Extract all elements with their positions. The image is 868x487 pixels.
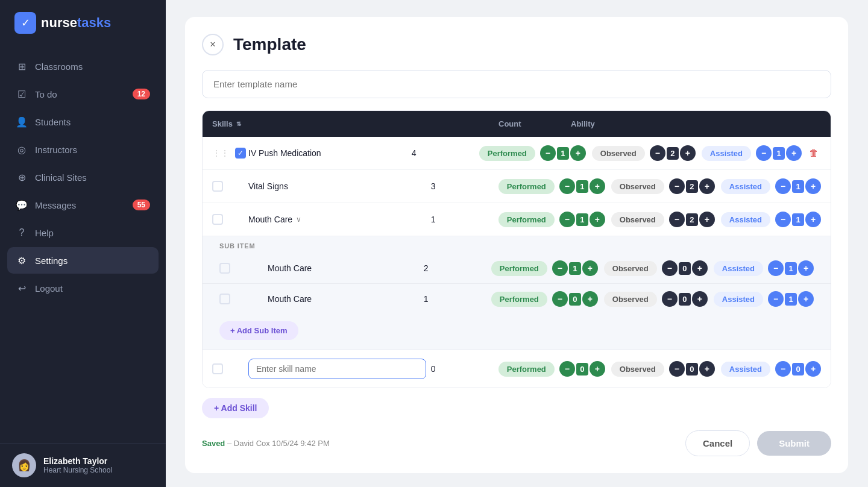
sidebar-item-messages[interactable]: 💬 Messages55 — [7, 192, 159, 218]
skill-checkbox[interactable] — [212, 214, 223, 225]
assisted-plus[interactable]: + — [805, 212, 821, 227]
badge-todo: 12 — [133, 89, 150, 99]
observed-plus[interactable]: + — [699, 178, 715, 194]
drag-handle[interactable]: ⋮⋮ — [212, 148, 229, 158]
performed-group: Performed − 0 + — [498, 361, 605, 377]
sidebar-item-logout[interactable]: ↩ Logout — [7, 275, 159, 301]
performed-plus[interactable]: + — [582, 260, 598, 276]
observed-minus[interactable]: − — [662, 260, 678, 276]
skill-checkbox[interactable] — [212, 181, 223, 192]
observed-group: Observed − 2 + — [611, 212, 715, 227]
performed-plus[interactable]: + — [570, 145, 586, 161]
nav-label-messages: Messages — [35, 200, 76, 210]
sidebar-item-todo[interactable]: ☑ To do12 — [7, 81, 159, 107]
assisted-plus[interactable]: + — [805, 178, 821, 194]
saved-status: Saved – David Cox 10/5/24 9:42 PM — [202, 439, 330, 448]
add-sub-item-button[interactable]: + Add Sub Item — [219, 321, 298, 340]
performed-minus[interactable]: − — [552, 291, 568, 307]
observed-minus[interactable]: − — [650, 145, 665, 161]
sidebar-item-students[interactable]: 👤 Students — [7, 108, 159, 135]
nav-label-help: Help — [35, 228, 54, 238]
assisted-group: Assisted − 1 + — [721, 212, 821, 227]
observed-plus[interactable]: + — [680, 145, 696, 161]
performed-minus[interactable]: − — [559, 361, 575, 377]
performed-plus[interactable]: + — [590, 212, 605, 227]
sort-icon[interactable]: ⇅ — [236, 121, 241, 127]
skill-name: Mouth Care∨ — [248, 215, 426, 224]
close-button[interactable]: × — [202, 34, 224, 55]
performed-label: Performed — [479, 146, 535, 161]
sidebar-item-instructors[interactable]: ◎ Instructors — [7, 136, 159, 163]
assisted-val: 1 — [792, 213, 804, 226]
skill-ability-row: Performed − 1 + Observed − 2 + Assisted … — [498, 212, 821, 227]
skill-left — [212, 214, 248, 225]
new-skill-row: 0 Performed − 0 + Observed − 0 + — [203, 350, 831, 388]
performed-plus[interactable]: + — [582, 291, 598, 307]
assisted-group: Assisted − 1 + — [702, 145, 802, 161]
observed-val: 0 — [679, 293, 691, 306]
observed-minus[interactable]: − — [669, 178, 685, 194]
nav-label-students: Students — [35, 117, 71, 127]
observed-minus[interactable]: − — [669, 212, 685, 227]
performed-minus[interactable]: − — [559, 212, 575, 227]
performed-minus[interactable]: − — [552, 260, 568, 276]
observed-plus[interactable]: + — [699, 212, 715, 227]
sub-item-checkbox[interactable] — [219, 294, 230, 304]
assisted-counter: − 1 + — [768, 291, 814, 307]
nav-label-clinical-sites: Clinical Sites — [35, 172, 87, 183]
saved-detail: – David Cox 10/5/24 9:42 PM — [227, 439, 330, 448]
new-skill-input[interactable] — [248, 359, 426, 379]
performed-group: Performed − 1 + — [498, 178, 605, 194]
sub-item-name: Mouth Care — [268, 263, 419, 273]
sidebar-item-classrooms[interactable]: ⊞ Classrooms — [7, 53, 159, 80]
messages-icon: 💬 — [16, 199, 28, 211]
col-count-header: Count — [498, 119, 571, 128]
delete-skill-button[interactable]: 🗑 — [807, 145, 821, 161]
new-skill-name[interactable] — [248, 359, 426, 379]
skill-checkbox[interactable]: ✓ — [235, 148, 246, 159]
performed-plus[interactable]: + — [590, 178, 605, 194]
assisted-minus[interactable]: − — [775, 178, 791, 194]
assisted-plus[interactable]: + — [786, 145, 802, 161]
assisted-minus[interactable]: − — [756, 145, 772, 161]
instructors-icon: ◎ — [16, 143, 28, 156]
observed-minus[interactable]: − — [662, 291, 678, 307]
assisted-minus[interactable]: − — [775, 212, 791, 227]
chevron-icon[interactable]: ∨ — [296, 215, 301, 224]
observed-plus[interactable]: + — [692, 291, 708, 307]
observed-counter: − 0 + — [662, 260, 708, 276]
todo-icon: ☑ — [16, 88, 28, 100]
assisted-group: Assisted − 1 + — [721, 178, 821, 194]
observed-label: Observed — [611, 179, 664, 194]
cancel-button[interactable]: Cancel — [685, 430, 750, 456]
assisted-plus[interactable]: + — [798, 260, 814, 276]
observed-counter: − 0 + — [669, 361, 715, 377]
observed-minus[interactable]: − — [669, 361, 685, 377]
observed-plus[interactable]: + — [692, 260, 708, 276]
skill-name: IV Push Medication — [248, 148, 407, 158]
performed-counter: − 1 + — [559, 178, 605, 194]
observed-plus[interactable]: + — [699, 361, 715, 377]
template-name-input[interactable] — [202, 70, 831, 98]
add-skill-button[interactable]: + Add Skill — [202, 398, 269, 418]
sidebar-item-help[interactable]: ? Help — [7, 219, 159, 246]
performed-plus[interactable]: + — [590, 361, 605, 377]
observed-val: 0 — [679, 262, 691, 275]
assisted-minus[interactable]: − — [775, 361, 791, 377]
assisted-minus[interactable]: − — [768, 291, 784, 307]
main-content: × Template Skills ⇅ Count Ability ⋮⋮ ✓ I… — [166, 0, 868, 487]
submit-button[interactable]: Submit — [757, 431, 831, 456]
sub-item-checkbox[interactable] — [219, 263, 230, 274]
assisted-plus[interactable]: + — [798, 291, 814, 307]
sidebar-item-clinical-sites[interactable]: ⊕ Clinical Sites — [7, 164, 159, 190]
observed-val: 2 — [667, 147, 679, 160]
sidebar-item-settings[interactable]: ⚙ Settings — [7, 247, 159, 274]
new-skill-checkbox[interactable] — [212, 363, 223, 374]
observed-val: 2 — [686, 213, 698, 226]
footer-actions: Cancel Submit — [685, 430, 831, 456]
assisted-minus[interactable]: − — [768, 260, 784, 276]
assisted-plus[interactable]: + — [805, 361, 821, 377]
performed-minus[interactable]: − — [559, 178, 575, 194]
new-skill-left — [212, 363, 248, 374]
performed-minus[interactable]: − — [540, 145, 556, 161]
